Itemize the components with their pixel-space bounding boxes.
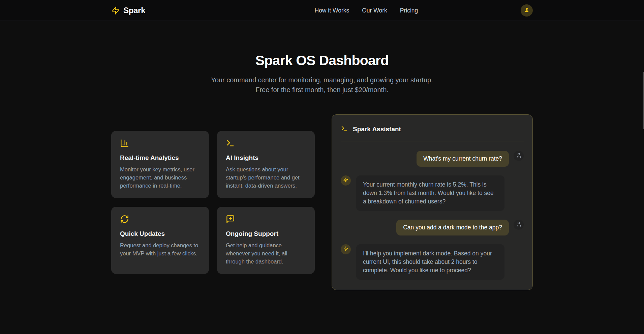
account-avatar-button[interactable]: [521, 4, 533, 17]
zap-icon: [111, 6, 120, 15]
feature-card-ai-insights: AI Insights Ask questions about your sta…: [217, 131, 315, 198]
user-icon: [516, 152, 522, 160]
user-icon: [524, 7, 530, 14]
page-title: Spark OS Dashboard: [0, 53, 644, 68]
feature-description: Ask questions about your startup's perfo…: [226, 165, 306, 190]
user-avatar: [514, 151, 524, 161]
hero-section: Spark OS Dashboard Your command center f…: [0, 21, 644, 95]
chat-message-assistant: I'll help you implement dark mode. Based…: [341, 244, 524, 280]
main-content: Real-time Analytics Monitor your key met…: [111, 114, 533, 290]
zap-icon: [343, 177, 348, 184]
assistant-message-bubble: Your current monthly churn rate is 5.2%.…: [356, 175, 504, 211]
page: Spark How it Works Our Work Pricing Spar…: [0, 0, 644, 334]
assistant-message-bubble: I'll help you implement dark mode. Based…: [356, 244, 504, 280]
feature-title: Ongoing Support: [226, 230, 306, 238]
vertical-scrollbar[interactable]: [643, 72, 644, 129]
refresh-icon: [120, 215, 200, 224]
feature-title: Real-time Analytics: [120, 154, 200, 162]
top-nav: Spark How it Works Our Work Pricing: [0, 0, 644, 21]
features-grid: Real-time Analytics Monitor your key met…: [111, 131, 315, 274]
assistant-panel-title: Spark Assistant: [353, 126, 401, 133]
brand-name: Spark: [123, 6, 145, 15]
message-square-plus-icon: [226, 215, 306, 224]
chat-message-user: What's my current churn rate?: [341, 151, 524, 167]
nav-inner: Spark How it Works Our Work Pricing: [111, 0, 533, 21]
chat-message-assistant: Your current monthly churn rate is 5.2%.…: [341, 175, 524, 211]
spark-assistant-panel: Spark Assistant What's my current churn …: [332, 114, 533, 290]
nav-link-pricing[interactable]: Pricing: [400, 7, 418, 14]
nav-links: How it Works Our Work Pricing: [315, 7, 418, 14]
user-icon: [516, 221, 522, 228]
terminal-icon: [341, 125, 348, 134]
feature-title: AI Insights: [226, 154, 306, 162]
terminal-icon: [226, 139, 306, 148]
feature-card-realtime-analytics: Real-time Analytics Monitor your key met…: [111, 131, 209, 198]
chart-column-icon: [120, 139, 200, 148]
feature-description: Request and deploy changes to your MVP w…: [120, 241, 200, 257]
brand-logo[interactable]: Spark: [111, 6, 145, 15]
feature-description: Get help and guidance whenever you need …: [226, 241, 306, 266]
feature-title: Quick Updates: [120, 230, 200, 238]
assistant-panel-header: Spark Assistant: [341, 123, 524, 141]
feature-card-ongoing-support: Ongoing Support Get help and guidance wh…: [217, 207, 315, 274]
chat-messages: What's my current churn rate?: [341, 151, 524, 280]
chat-message-user: Can you add a dark mode to the app?: [341, 220, 524, 235]
feature-description: Monitor your key metrics, user engagemen…: [120, 165, 200, 190]
nav-link-our-work[interactable]: Our Work: [362, 7, 387, 14]
user-message-bubble: Can you add a dark mode to the app?: [396, 220, 509, 235]
user-avatar: [514, 220, 524, 230]
page-subtitle: Your command center for monitoring, mana…: [204, 75, 440, 95]
nav-link-how-it-works[interactable]: How it Works: [315, 7, 349, 14]
assistant-avatar: [341, 175, 351, 186]
panel-divider: [341, 141, 524, 141]
assistant-avatar: [341, 244, 351, 254]
zap-icon: [343, 246, 348, 253]
user-message-bubble: What's my current churn rate?: [417, 151, 509, 167]
feature-card-quick-updates: Quick Updates Request and deploy changes…: [111, 207, 209, 274]
